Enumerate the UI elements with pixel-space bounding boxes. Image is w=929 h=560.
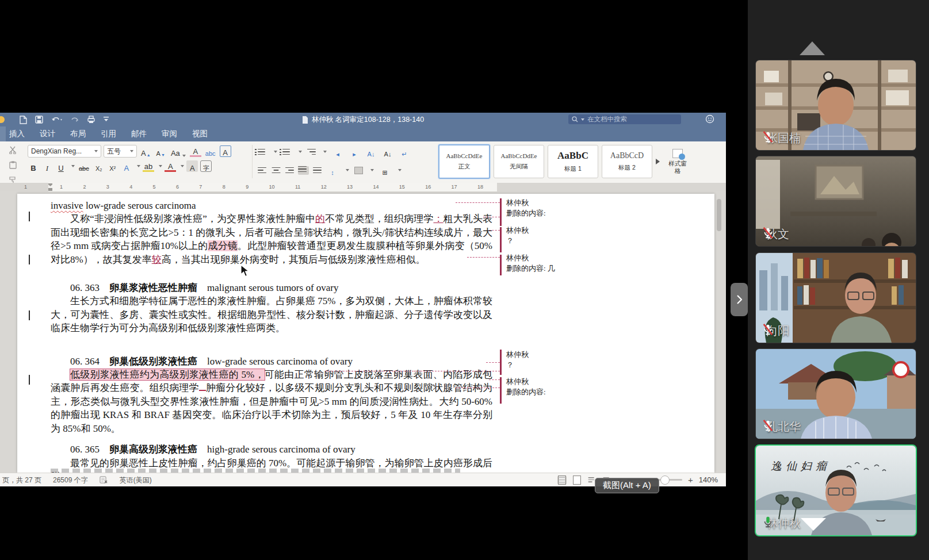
zoom-percentage[interactable]: 140% <box>699 475 718 484</box>
doc-line-english[interactable]: invasive low-grade serous carcinoma <box>51 199 492 212</box>
document-area[interactable]: invasive low-grade serous carcinoma 又称“非… <box>0 191 726 473</box>
clear-formatting-button[interactable]: A <box>190 145 201 157</box>
numbering-dropdown-icon[interactable] <box>299 151 302 153</box>
paste-icon[interactable] <box>9 161 17 171</box>
video-tile-1[interactable]: 张国楠 <box>756 60 916 150</box>
style-heading2[interactable]: AaBbCcD标题 2 <box>602 145 652 178</box>
ribbon-tab[interactable]: 邮件 <box>131 129 147 139</box>
comment[interactable]: 林仲秋删除的内容: <box>506 198 592 218</box>
document-text[interactable]: invasive low-grade serous carcinoma 又称“非… <box>51 199 492 473</box>
comment[interactable]: 林仲秋删除的内容: <box>506 377 592 397</box>
grow-font-button[interactable]: A▲ <box>139 145 152 157</box>
comment[interactable]: 林仲秋？ <box>506 225 592 246</box>
show-paragraph-marks-button[interactable]: ↵ <box>399 146 410 158</box>
highlight-dropdown-icon[interactable] <box>159 165 162 167</box>
styles-more-icon[interactable] <box>656 159 660 164</box>
vertical-scrollbar[interactable] <box>717 199 721 231</box>
ribbon-tab[interactable]: 审阅 <box>162 129 177 139</box>
revision-bar <box>500 350 502 375</box>
scroll-up-icon[interactable] <box>800 41 825 55</box>
change-case-button[interactable]: Aa <box>169 145 188 157</box>
doc-heading-363[interactable]: 06. 363卵巢浆液性恶性肿瘤malignant serous tumors … <box>51 281 492 294</box>
video-tile-4[interactable]: 孔北华 <box>756 349 916 439</box>
az-sort-button[interactable]: A↓ <box>382 146 393 158</box>
superscript-button[interactable]: X² <box>107 160 118 172</box>
italic-button[interactable]: I <box>41 160 53 172</box>
ribbon-tab[interactable]: 布局 <box>70 129 86 139</box>
subscript-button[interactable]: X₂ <box>93 160 105 172</box>
doc-heading-364[interactable]: 06. 364卵巢低级别浆液性癌low-grade serous carcino… <box>51 355 492 368</box>
align-right-icon[interactable] <box>285 167 294 174</box>
bullets-icon[interactable] <box>258 149 266 155</box>
doc-paragraph-3[interactable]: 低级别浆液性癌约为高级别浆液性癌的 5%，可能由正常输卵管上皮脱落至卵巢表面、内… <box>51 368 492 435</box>
sort-button[interactable]: A↓ <box>365 146 377 158</box>
justify-icon[interactable] <box>298 166 309 175</box>
tab-home-partial[interactable] <box>0 126 6 141</box>
search-scope-dropdown-icon[interactable] <box>581 118 584 121</box>
character-border-button[interactable]: A <box>220 145 231 157</box>
bold-button[interactable]: B <box>28 160 39 172</box>
paragraph-group: ◂ ▸ A↓ A↓ ↵ ↕ ⊞ <box>258 146 410 176</box>
ribbon-tab[interactable]: 视图 <box>192 129 208 139</box>
borders-button[interactable]: ⊞ <box>379 164 391 176</box>
style-heading1[interactable]: AaBbC标题 1 <box>548 145 598 178</box>
language-indicator[interactable]: 英语(美国) <box>120 475 152 485</box>
ribbon-tab[interactable]: 设计 <box>40 129 55 139</box>
strikethrough-button[interactable]: abc <box>77 160 91 172</box>
style-no-spacing[interactable]: AaBbCcDdEe无间隔 <box>494 145 544 178</box>
video-tile-3[interactable]: 向阳 <box>756 253 916 343</box>
doc-heading-365[interactable]: 06. 365卵巢高级别浆液性癌high-grade serous carcin… <box>51 443 492 456</box>
line-spacing-button[interactable]: ↕ <box>327 164 338 176</box>
cut-icon[interactable] <box>9 146 17 156</box>
horizontal-ruler[interactable]: 1 123456789101112131415161718 <box>0 183 726 192</box>
hanging-indent-marker[interactable] <box>48 188 52 191</box>
font-color-button[interactable]: A <box>165 160 176 172</box>
multilevel-dropdown-icon[interactable] <box>323 151 327 153</box>
video-tile-5[interactable]: 逸仙妇瘤 林仲秋 <box>756 446 916 535</box>
distribute-icon[interactable] <box>313 167 322 174</box>
word-count[interactable]: 26509 个字 <box>53 475 88 485</box>
panel-collapse-button[interactable] <box>731 283 748 316</box>
feedback-smiley-icon[interactable] <box>705 114 714 126</box>
outdent-button[interactable]: ◂ <box>332 146 343 158</box>
bullets-dropdown-icon[interactable] <box>274 151 277 153</box>
search-input[interactable]: 在文档中搜索 <box>568 114 681 124</box>
shrink-font-button[interactable]: A▼ <box>155 145 167 157</box>
print-layout-view-icon[interactable] <box>557 476 567 484</box>
doc-paragraph-1[interactable]: 又称“非浸润性低级别浆液性癌”，为交界性浆液性肿瘤中的不常见类型，组织病理学：粗… <box>51 212 492 266</box>
highlight-button[interactable]: ab <box>143 160 154 172</box>
underline-button[interactable]: U <box>55 160 67 172</box>
zoom-slider-thumb[interactable] <box>660 475 670 485</box>
style-normal[interactable]: AaBbCcDdEe正文 <box>438 144 490 179</box>
font-color-dropdown-icon[interactable] <box>181 165 184 167</box>
ribbon-tab[interactable]: 引用 <box>101 129 116 139</box>
align-center-icon[interactable] <box>272 167 280 174</box>
borders-dropdown-icon[interactable] <box>398 169 402 171</box>
read-mode-view-icon[interactable] <box>572 476 582 484</box>
underline-dropdown-icon[interactable] <box>71 165 75 167</box>
phonetic-guide-button[interactable]: abc <box>204 145 217 157</box>
zoom-in-icon[interactable]: + <box>688 475 693 485</box>
numbering-icon[interactable] <box>282 149 291 155</box>
multilevel-list-icon[interactable] <box>307 149 316 155</box>
shading-icon[interactable] <box>354 167 363 174</box>
proofing-icon[interactable] <box>100 476 108 485</box>
text-effects-dropdown-icon[interactable] <box>137 165 140 167</box>
shading-dropdown-icon[interactable] <box>370 169 374 171</box>
font-name-select[interactable]: DengXian Reg... <box>28 145 101 158</box>
scroll-down-icon[interactable] <box>801 518 826 531</box>
doc-paragraph-2[interactable]: 生长方式和细胞学特征属于恶性的浆液性肿瘤。占卵巢癌 75%，多为双侧，大体上，肿… <box>51 294 492 335</box>
ribbon-tab[interactable]: 插入 <box>9 129 25 139</box>
comment[interactable]: 林仲秋删除的内容: 几 <box>506 253 592 274</box>
font-size-select[interactable]: 五号 <box>104 145 137 158</box>
text-effects-button[interactable]: A <box>121 160 132 172</box>
page-indicator[interactable]: 页，共 27 页 <box>2 475 41 485</box>
align-left-icon[interactable] <box>258 167 266 174</box>
character-shading-button[interactable]: A <box>186 160 198 172</box>
indent-button[interactable]: ▸ <box>349 146 360 158</box>
line-spacing-dropdown-icon[interactable] <box>346 169 349 171</box>
enclose-characters-button[interactable]: 字 <box>200 160 212 172</box>
comment[interactable]: 林仲秋？ <box>506 350 592 370</box>
video-tile-2[interactable]: 狄文 <box>756 156 916 246</box>
styles-pane-button[interactable]: 样式窗格 <box>668 149 687 174</box>
